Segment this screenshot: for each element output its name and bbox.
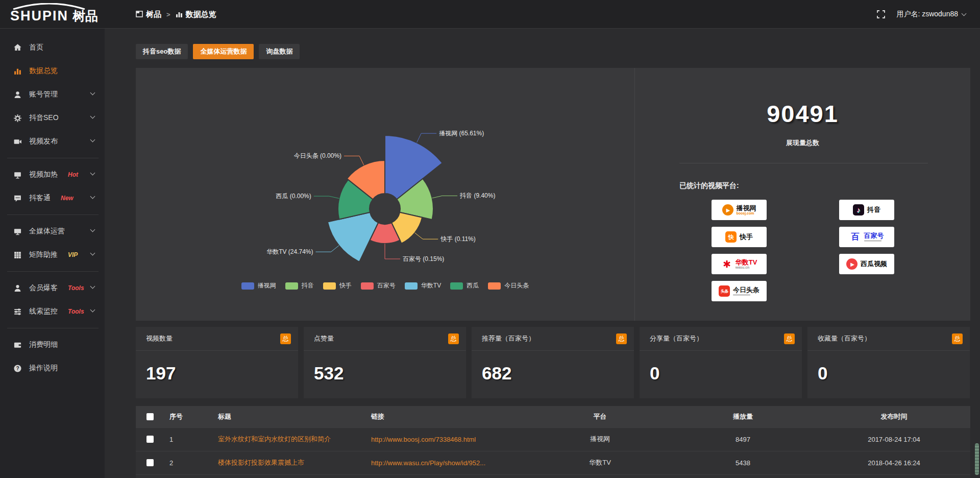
sidebar-item-8[interactable]: 矩阵助推VIP <box>0 243 105 267</box>
table-header-row: 序号标题链接平台播放量发布时间 <box>136 406 970 427</box>
app-logo[interactable]: SHUPIN 树品 <box>10 3 112 25</box>
col-header: 播放量 <box>668 406 818 427</box>
sidebar-item-2[interactable]: 账号管理 <box>0 83 105 106</box>
logo-cn-text: 树品 <box>72 8 98 25</box>
breadcrumb: 树品 > 数据总览 <box>136 0 216 29</box>
screen-icon <box>13 171 22 179</box>
chevron-down-icon <box>90 307 95 313</box>
sidebar-item-6[interactable]: 抖客通New <box>0 186 105 210</box>
data-tabs: 抖音seo数据全媒体运营数据询盘数据 <box>136 44 300 59</box>
legend-item-西瓜[interactable]: 西瓜 <box>450 281 479 290</box>
bar-chart-icon <box>13 67 22 76</box>
sidebar-item-0[interactable]: 首页 <box>0 36 105 59</box>
video-title-link[interactable]: 楼体投影灯投影效果震撼上市 <box>218 459 304 466</box>
total-badge[interactable]: 总 <box>280 333 291 344</box>
legend-label: 今日头条 <box>504 281 529 290</box>
platform-name: 百家号 <box>864 232 884 240</box>
sidebar-item-12[interactable]: ?操作说明 <box>0 356 105 380</box>
home-icon <box>13 43 22 52</box>
wallet-icon <box>13 341 22 349</box>
sidebar-item-9[interactable]: 会员爆客Tools <box>0 276 105 300</box>
help-icon: ? <box>13 364 22 373</box>
platform-chip-抖音[interactable]: ♪抖音 <box>839 200 894 220</box>
sidebar-item-10[interactable]: 线索监控Tools <box>0 300 105 323</box>
pie-label: 西瓜 (0.00%) <box>276 193 311 200</box>
platform-sub-text: wasu.cn <box>736 266 757 269</box>
stat-card-header: 分享量（百家号）总 <box>640 327 802 351</box>
wasu-star-icon <box>721 258 732 270</box>
sidebar-item-label: 线索监控 <box>29 307 58 316</box>
legend-label: 抖音 <box>302 281 314 290</box>
total-badge[interactable]: 总 <box>952 333 963 344</box>
total-badge[interactable]: 总 <box>784 333 795 344</box>
legend-item-播视网[interactable]: 播视网 <box>241 281 276 290</box>
legend-label: 西瓜 <box>467 281 479 290</box>
platform-name: 西瓜视频 <box>861 260 887 268</box>
video-title-link[interactable]: 室外水纹灯和室内水纹灯的区别和简介 <box>218 435 331 443</box>
page-scrollbar-thumb[interactable] <box>975 443 979 475</box>
legend-item-今日头条[interactable]: 今日头条 <box>488 281 529 290</box>
sidebar-item-7[interactable]: 全媒体运营 <box>0 220 105 243</box>
platform-chip-播视网[interactable]: ▶播视网boosj.com <box>712 200 767 220</box>
legend-swatch <box>405 282 418 290</box>
tab-1[interactable]: 全媒体运营数据 <box>193 44 254 59</box>
fullscreen-icon[interactable] <box>877 10 885 18</box>
pie-label-line <box>385 244 400 259</box>
chevron-down-icon <box>90 90 95 95</box>
sidebar-item-5[interactable]: 视频加热Hot <box>0 163 105 186</box>
sidebar-item-11[interactable]: 消费明细 <box>0 333 105 356</box>
breadcrumb-item-current[interactable]: 数据总览 <box>176 10 216 19</box>
sidebar-item-label: 矩阵助推 <box>29 250 58 259</box>
platform-chip-华数TV[interactable]: 华数TVwasu.cn <box>712 254 767 274</box>
platform-chip-今日头条[interactable]: 头条今日头条 <box>712 281 767 301</box>
tab-2[interactable]: 询盘数据 <box>259 44 300 59</box>
cell-time: 2018-04-26 16:24 <box>818 451 970 474</box>
total-impressions-label: 展现量总数 <box>635 138 970 148</box>
chevron-down-icon <box>90 137 95 142</box>
row-checkbox[interactable] <box>146 436 154 443</box>
top-bar: SHUPIN 树品 树品 > 数据总览 用户名: zswodun88 <box>0 0 980 29</box>
stat-card-label: 推荐量（百家号） <box>482 334 535 343</box>
svg-text:?: ? <box>16 366 19 371</box>
total-badge[interactable]: 总 <box>448 333 459 344</box>
pie-label: 今日头条 (0.00%) <box>294 152 341 159</box>
user-menu[interactable]: 用户名: zswodun88 <box>896 10 966 19</box>
stat-card-value: 682 <box>472 351 634 384</box>
sidebar-item-label: 抖客通 <box>29 194 51 203</box>
legend-swatch <box>241 282 254 290</box>
sidebar-item-badge: VIP <box>68 251 78 258</box>
legend-item-抖音[interactable]: 抖音 <box>285 281 314 290</box>
sidebar-item-1[interactable]: 数据总览 <box>0 59 105 83</box>
legend-item-华数TV[interactable]: 华数TV <box>405 281 441 290</box>
sidebar-item-label: 抖音SEO <box>29 113 59 123</box>
platform-chip-快手[interactable]: 快快手 <box>712 227 767 247</box>
legend-item-百家号[interactable]: 百家号 <box>361 281 396 290</box>
stat-card-1: 点赞量总532 <box>304 327 466 398</box>
pie-label: 播视网 (65.61%) <box>439 130 484 137</box>
tab-0[interactable]: 抖音seo数据 <box>136 44 188 59</box>
sidebar-item-badge: Tools <box>68 284 84 292</box>
breadcrumb-item-home[interactable]: 树品 <box>136 10 161 19</box>
sidebar-item-3[interactable]: 抖音SEO <box>0 106 105 130</box>
select-all-checkbox[interactable] <box>146 413 154 420</box>
platform-chip-西瓜视频[interactable]: ▶西瓜视频 <box>839 254 894 274</box>
logo-latin-text: SHUPIN <box>10 8 68 24</box>
cell-platform: 华数TV <box>532 451 668 474</box>
row-checkbox[interactable] <box>146 459 154 466</box>
legend-swatch <box>285 282 298 290</box>
sidebar-item-label: 首页 <box>29 43 43 52</box>
cell-index: 2 <box>164 451 213 474</box>
stat-card-value: 0 <box>640 351 802 384</box>
legend-item-快手[interactable]: 快手 <box>323 281 352 290</box>
main-content: 抖音seo数据全媒体运营数据询盘数据 播视网 (65.61%)抖音 (9.40%… <box>105 29 980 478</box>
rose-chart-section: 播视网 (65.61%)抖音 (9.40%)快手 (0.11%)百家号 (0.1… <box>136 68 634 321</box>
col-header: 发布时间 <box>818 406 970 427</box>
video-url-link[interactable]: http://www.wasu.cn/Play/show/id/952... <box>371 459 485 467</box>
pie-slice-华数TV[interactable] <box>328 212 378 262</box>
stat-card-value: 532 <box>304 351 466 384</box>
videos-table: 序号标题链接平台播放量发布时间1室外水纹灯和室内水纹灯的区别和简介http://… <box>136 406 970 478</box>
platform-chip-百家号[interactable]: 百百家号 <box>839 227 894 247</box>
video-url-link[interactable]: http://www.boosj.com/7338468.html <box>371 436 476 443</box>
sidebar-item-4[interactable]: 视频发布 <box>0 130 105 153</box>
total-badge[interactable]: 总 <box>616 333 627 344</box>
